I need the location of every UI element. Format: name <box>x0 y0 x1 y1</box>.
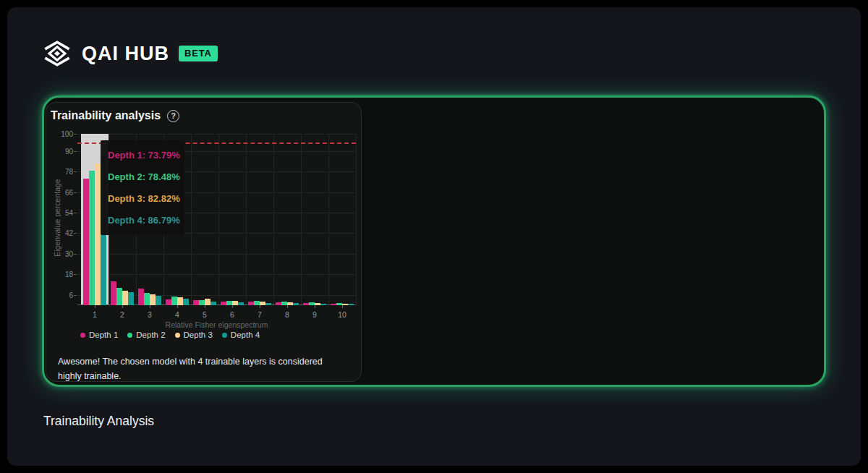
trainability-chart-card: Trainability analysis ? Eigenvalue perce… <box>46 102 362 382</box>
y-tick-mark <box>74 274 77 275</box>
legend-item-label: Depth 4 <box>231 331 260 339</box>
legend-dot-icon <box>127 333 132 338</box>
bar-depth3-cat10[interactable] <box>342 304 348 305</box>
x-gridline <box>356 134 357 304</box>
y-tick-label: 6 <box>46 291 73 299</box>
bar-depth2-cat10[interactable] <box>336 303 342 305</box>
legend-item-depth1[interactable]: Depth 1 <box>80 331 118 339</box>
bar-depth3-cat2[interactable] <box>122 291 128 305</box>
y-tick-mark <box>74 151 77 152</box>
y-tick-label: 18 <box>46 270 73 278</box>
bar-depth1-cat10[interactable] <box>331 304 336 305</box>
y-tick-mark <box>74 171 77 172</box>
x-tick-label: 3 <box>141 310 158 319</box>
bar-depth3-cat6[interactable] <box>232 301 238 305</box>
bar-depth1-cat4[interactable] <box>166 299 171 305</box>
y-tick-mark <box>74 192 77 193</box>
bar-depth2-cat7[interactable] <box>254 301 260 305</box>
bar-depth4-cat7[interactable] <box>265 303 271 305</box>
bar-depth3-cat9[interactable] <box>315 303 320 305</box>
y-tick-label: 66 <box>46 189 73 197</box>
y-tick-label: 42 <box>46 229 73 237</box>
bar-depth3-cat1[interactable] <box>95 163 101 305</box>
chart-tooltip: Depth 1: 73.79%Depth 2: 78.48%Depth 3: 8… <box>101 140 184 235</box>
help-icon[interactable]: ? <box>167 110 179 122</box>
x-gridline <box>218 134 219 304</box>
x-tick-label: 1 <box>86 310 103 319</box>
bar-depth4-cat2[interactable] <box>128 292 134 305</box>
legend-dot-icon <box>175 333 180 338</box>
x-tick-label: 8 <box>278 310 296 319</box>
bar-depth2-cat4[interactable] <box>171 297 177 305</box>
x-tick-mark <box>260 305 260 308</box>
bar-depth1-cat9[interactable] <box>303 303 309 305</box>
y-gridline <box>77 274 356 275</box>
bar-depth4-cat3[interactable] <box>156 296 161 305</box>
legend-dot-icon <box>80 333 85 338</box>
bar-depth3-cat4[interactable] <box>177 297 183 305</box>
page-section-heading: Trainability Analysis <box>43 414 154 429</box>
legend-item-depth2[interactable]: Depth 2 <box>127 331 165 339</box>
x-gridline <box>246 134 247 304</box>
legend-dot-icon <box>222 333 227 338</box>
bar-depth1-cat8[interactable] <box>276 302 281 305</box>
bar-depth2-cat2[interactable] <box>116 288 122 305</box>
y-tick-mark <box>74 134 77 135</box>
chart-legend: Depth 1Depth 2Depth 3Depth 4 <box>80 331 260 339</box>
bar-depth4-cat10[interactable] <box>348 304 354 305</box>
bar-depth1-cat7[interactable] <box>248 302 254 305</box>
bar-depth2-cat9[interactable] <box>309 302 315 305</box>
brand-header: QAI HUB BETA <box>42 39 218 68</box>
bar-depth4-cat6[interactable] <box>238 302 244 305</box>
bar-depth4-cat5[interactable] <box>210 302 216 305</box>
y-tick-label: 30 <box>46 250 73 258</box>
brand-name: QAI HUB <box>82 43 169 65</box>
legend-item-depth4[interactable]: Depth 4 <box>222 331 260 339</box>
x-gridline <box>328 134 329 304</box>
y-tick-mark <box>74 295 77 296</box>
x-tick-label: 6 <box>224 310 241 319</box>
bar-depth4-cat4[interactable] <box>183 299 189 305</box>
y-tick-label: 90 <box>46 148 73 155</box>
bar-depth1-cat6[interactable] <box>221 302 226 305</box>
bar-depth4-cat9[interactable] <box>320 304 326 305</box>
bar-depth3-cat7[interactable] <box>260 302 265 305</box>
y-tick-label: 54 <box>46 209 73 217</box>
tooltip-row: Depth 4: 86.79% <box>108 215 177 226</box>
legend-item-label: Depth 1 <box>89 331 118 339</box>
bar-depth2-cat1[interactable] <box>89 171 95 305</box>
bar-depth1-cat3[interactable] <box>138 289 144 305</box>
x-tick-label: 2 <box>114 310 131 319</box>
x-tick-mark <box>287 305 288 308</box>
trainability-panel: Trainability analysis ? Eigenvalue perce… <box>42 95 826 387</box>
bar-depth4-cat8[interactable] <box>293 303 299 305</box>
bar-depth2-cat8[interactable] <box>281 302 287 305</box>
x-tick-mark <box>342 305 343 308</box>
x-tick-label: 4 <box>169 310 186 319</box>
x-tick-mark <box>232 305 233 308</box>
legend-item-depth3[interactable]: Depth 3 <box>175 331 213 339</box>
x-tick-label: 7 <box>251 310 268 319</box>
y-tick-label: 78 <box>46 168 73 176</box>
app-surface: QAI HUB BETA Trainability analysis ? Eig… <box>7 7 861 466</box>
bar-depth3-cat8[interactable] <box>287 302 293 305</box>
bar-depth1-cat2[interactable] <box>111 281 116 305</box>
x-gridline <box>273 134 274 304</box>
x-tick-mark <box>177 305 178 308</box>
y-gridline <box>77 134 356 135</box>
bar-depth1-cat1[interactable] <box>83 179 89 305</box>
y-tick-mark <box>74 213 77 213</box>
x-tick-mark <box>315 305 315 308</box>
bar-depth2-cat5[interactable] <box>199 300 205 305</box>
bar-depth2-cat6[interactable] <box>226 301 232 305</box>
y-gridline <box>77 254 356 255</box>
bar-depth2-cat3[interactable] <box>144 293 150 305</box>
qai-hub-logo-icon[interactable] <box>42 39 72 68</box>
x-tick-label: 5 <box>196 310 213 319</box>
bar-depth1-cat5[interactable] <box>193 300 199 305</box>
bar-depth3-cat3[interactable] <box>150 294 156 305</box>
bar-depth3-cat5[interactable] <box>205 299 210 305</box>
y-tick-mark <box>74 233 77 234</box>
x-tick-mark <box>150 305 150 308</box>
x-gridline <box>191 134 192 304</box>
